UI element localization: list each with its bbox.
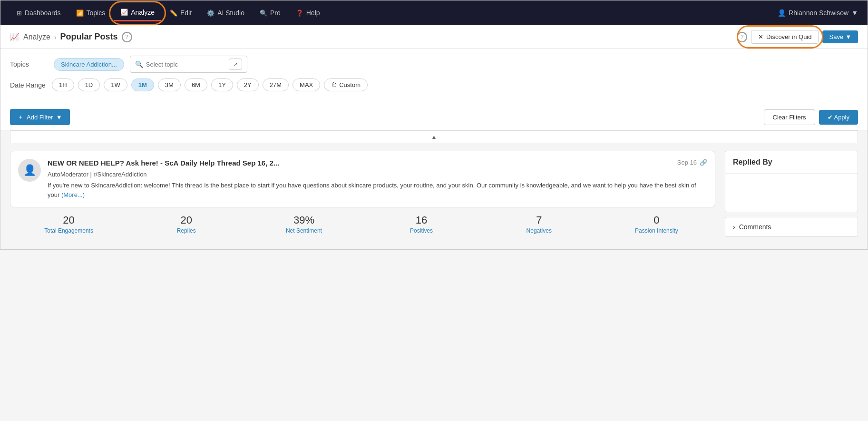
edit-icon: ✏️ [170, 10, 177, 17]
topics-icon: 📶 [76, 10, 84, 17]
dashboards-icon: ⊞ [17, 10, 22, 17]
external-link-button[interactable]: ↗ [229, 59, 242, 70]
subheader: 📈 Analyze › Popular Posts ? ? ✕ Discover… [0, 25, 868, 49]
replied-by-body [725, 174, 858, 212]
main-content: 👤 NEW OR NEED HELP? Ask here! - ScA Dail… [0, 143, 868, 249]
nav-pro[interactable]: 🔍 Pro [253, 5, 287, 20]
clear-filters-button[interactable]: Clear Filters [764, 109, 815, 125]
search-icon: 🔍 [135, 60, 143, 68]
stat-replies: 20 Replies [127, 214, 245, 234]
subheader-actions: ? ✕ Discover in Quid Save ▼ [737, 30, 858, 44]
stat-passion-intensity-label: Passion Intensity [598, 227, 715, 234]
stat-passion-intensity: 0 Passion Intensity [598, 214, 715, 234]
stat-replies-value: 20 [127, 214, 245, 226]
date-range-label: Date Range [10, 81, 48, 89]
topic-search[interactable]: 🔍 ↗ [130, 56, 247, 73]
comments-section: › Comments [725, 217, 858, 237]
date-btn-3m[interactable]: 3M [158, 78, 181, 91]
post-date: Sep 16 [677, 159, 697, 166]
date-btn-1d[interactable]: 1D [78, 78, 100, 91]
clock-icon: ⏱ [331, 81, 337, 88]
date-range-row: Date Range 1H 1D 1W 1M 3M 6M 1Y 2Y 27M M… [10, 78, 858, 91]
post-text: If you're new to SkincareAddiction: welc… [48, 181, 707, 199]
post-source: AutoModerator | r/SkincareAddiction [48, 171, 707, 178]
post-column: 👤 NEW OR NEED HELP? Ask here! - ScA Dail… [10, 151, 715, 242]
nav-ai-studio[interactable]: ⚙️ AI Studio [200, 5, 251, 20]
date-btn-1w[interactable]: 1W [104, 78, 127, 91]
subheader-help-button[interactable]: ? [737, 32, 747, 42]
date-btn-1h[interactable]: 1H [52, 78, 74, 91]
nav-help[interactable]: ❓ Help [289, 5, 327, 20]
replied-by-section: Replied By [725, 151, 858, 212]
topic-chip[interactable]: Skincare Addiction... [54, 58, 124, 71]
breadcrumb-analyze-icon: 📈 [10, 32, 20, 41]
post-more-link[interactable]: (More...) [61, 191, 85, 198]
breadcrumb-current: Popular Posts [60, 32, 118, 42]
nav-dashboards[interactable]: ⊞ Dashboards [10, 5, 68, 20]
stat-positives-value: 16 [363, 214, 480, 226]
nav-topics[interactable]: 📶 Topics [69, 5, 112, 20]
add-filter-dropdown-icon: ▼ [56, 114, 62, 121]
analyze-icon: 📈 [120, 9, 128, 16]
topics-filter-row: Topics Skincare Addiction... 🔍 ↗ [10, 56, 858, 73]
stat-total-engagements: 20 Total Engagements [10, 214, 127, 234]
stat-negatives: 7 Negatives [480, 214, 598, 234]
avatar: 👤 [18, 159, 41, 182]
date-btn-custom[interactable]: ⏱ Custom [324, 78, 368, 91]
nav-user[interactable]: 👤 Rhiannon Schwisow ▼ [778, 9, 858, 17]
topic-search-input[interactable] [146, 61, 226, 68]
add-filter-button[interactable]: ＋ Add Filter ▼ [10, 109, 70, 125]
help-icon: ❓ [296, 10, 303, 17]
topics-label: Topics [10, 60, 48, 68]
side-panel: Replied By › Comments [725, 151, 858, 242]
stat-net-sentiment-value: 39% [245, 214, 362, 226]
stat-positives: 16 Positives [363, 214, 480, 234]
save-dropdown-icon: ▼ [845, 33, 851, 40]
avatar-icon: 👤 [23, 164, 36, 176]
date-btn-6m[interactable]: 6M [185, 78, 207, 91]
page-help-button[interactable]: ? [122, 32, 132, 42]
date-btn-1m[interactable]: 1M [131, 78, 154, 91]
date-btn-2y[interactable]: 2Y [237, 78, 259, 91]
save-button[interactable]: Save ▼ [822, 30, 858, 43]
stat-passion-intensity-value: 0 [598, 214, 715, 226]
date-btn-1y[interactable]: 1Y [211, 78, 233, 91]
stats-row: 20 Total Engagements 20 Replies 39% Net … [10, 214, 715, 234]
nav-bar: ⊞ Dashboards 📶 Topics 📈 Analyze ✏️ Edit … [0, 0, 868, 25]
discover-in-quid-button[interactable]: ✕ Discover in Quid [751, 30, 819, 44]
nav-edit[interactable]: ✏️ Edit [163, 5, 198, 20]
link-icon: 🔗 [700, 159, 707, 166]
post-body: NEW OR NEED HELP? Ask here! - ScA Daily … [48, 159, 707, 199]
plus-icon: ＋ [18, 113, 24, 121]
replied-by-title: Replied By [725, 151, 858, 174]
stat-total-engagements-value: 20 [10, 214, 127, 226]
action-row: ＋ Add Filter ▼ Clear Filters ✔ Apply [0, 104, 868, 130]
comments-label: Comments [739, 223, 771, 231]
chevron-right-icon: › [733, 223, 735, 231]
collapse-handle[interactable]: ▲ [10, 130, 858, 143]
user-dropdown-icon: ▼ [851, 9, 858, 17]
stat-replies-label: Replies [127, 227, 245, 234]
comments-collapsible[interactable]: › Comments [725, 217, 858, 236]
date-btn-max[interactable]: MAX [293, 78, 320, 91]
stat-total-engagements-label: Total Engagements [10, 227, 127, 234]
post-card: 👤 NEW OR NEED HELP? Ask here! - ScA Dail… [10, 151, 715, 207]
filters-area: Topics Skincare Addiction... 🔍 ↗ Date Ra… [0, 49, 868, 104]
breadcrumb: 📈 Analyze › Popular Posts ? [10, 32, 732, 42]
post-title[interactable]: NEW OR NEED HELP? Ask here! - ScA Daily … [48, 159, 673, 167]
stat-negatives-value: 7 [480, 214, 598, 226]
stat-net-sentiment: 39% Net Sentiment [245, 214, 362, 234]
date-btn-27m[interactable]: 27M [263, 78, 289, 91]
user-icon: 👤 [778, 9, 786, 17]
close-icon: ✕ [758, 33, 763, 40]
breadcrumb-parent: Analyze [23, 33, 50, 41]
nav-analyze[interactable]: 📈 Analyze [114, 5, 161, 21]
stat-positives-label: Positives [363, 227, 480, 234]
stat-net-sentiment-label: Net Sentiment [245, 227, 362, 234]
stat-negatives-label: Negatives [480, 227, 598, 234]
apply-button[interactable]: ✔ Apply [819, 110, 858, 125]
ai-studio-icon: ⚙️ [207, 10, 215, 17]
pro-icon: 🔍 [260, 10, 267, 17]
post-meta: Sep 16 🔗 [677, 159, 707, 166]
